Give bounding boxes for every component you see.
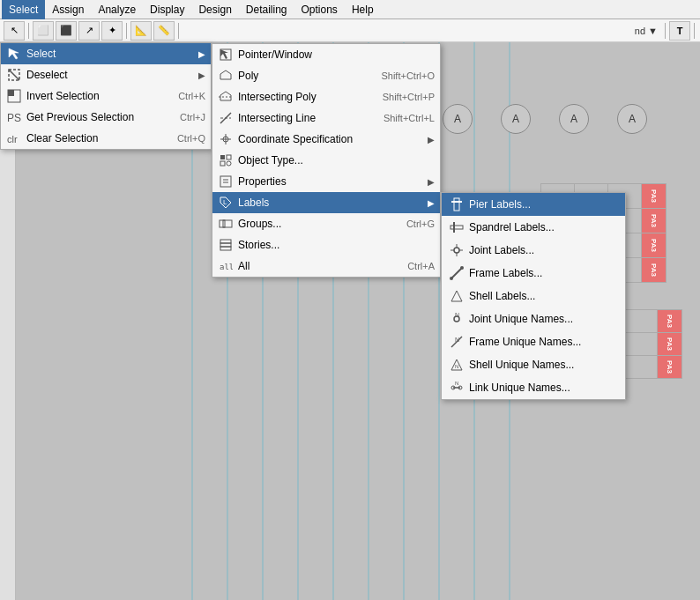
- svg-rect-42: [451, 201, 462, 203]
- invert-label: Invert Selection: [26, 90, 174, 102]
- toolbar-select-btn[interactable]: ↖: [4, 21, 25, 41]
- svg-line-12: [9, 70, 19, 80]
- objtype-label: Object Type...: [238, 154, 435, 167]
- all-icon: all: [218, 258, 234, 274]
- svg-text:PS: PS: [7, 112, 21, 124]
- shell-label: Shell Labels...: [469, 290, 618, 302]
- svg-rect-37: [220, 240, 231, 243]
- frame-label: Frame Labels...: [469, 267, 618, 279]
- coord-arrow: ▶: [428, 135, 435, 144]
- submenu-item-groups[interactable]: Groups... Ctrl+G: [212, 213, 440, 234]
- toolbar-T-btn[interactable]: T: [669, 21, 690, 41]
- props-icon: [218, 174, 234, 189]
- svg-text:clr: clr: [7, 134, 18, 144]
- menubar: Select Assign Analyze Display Design Det…: [0, 0, 700, 19]
- deselect-arrow: ▶: [198, 70, 205, 80]
- menubar-item-help[interactable]: Help: [345, 0, 381, 19]
- toolbar: ↖ ⬜ ⬛ ↗ ✦ 📐 📏 nd ▼ T: [0, 19, 700, 42]
- svg-marker-53: [451, 291, 462, 301]
- labels-item-shell[interactable]: Shell Labels...: [442, 285, 625, 307]
- circle-A-2: A: [501, 104, 531, 134]
- pointer-icon: [218, 47, 234, 63]
- ipoly-shortcut: Shift+Ctrl+P: [383, 92, 435, 102]
- select-icon: [6, 46, 22, 62]
- submenu-item-all[interactable]: all All Ctrl+A: [212, 256, 440, 277]
- toolbar-btn-4[interactable]: ✦: [101, 21, 123, 41]
- submenu-item-labels[interactable]: L Labels ▶: [212, 192, 440, 213]
- invert-shortcut: Ctrl+K: [178, 91, 205, 101]
- select-arrow: ▶: [198, 49, 205, 59]
- coord-icon: [218, 131, 234, 147]
- menubar-item-options[interactable]: Options: [294, 0, 345, 19]
- toolbar-btn-2[interactable]: ⬛: [56, 21, 77, 41]
- menu-item-select[interactable]: Select ▶: [1, 43, 211, 64]
- menubar-item-select[interactable]: Select: [2, 0, 45, 19]
- poly-label: Poly: [238, 70, 376, 82]
- labels-item-frame[interactable]: Frame Labels...: [442, 262, 625, 285]
- labels-item-frame-unique[interactable]: N Frame Unique Names...: [442, 330, 625, 353]
- submenu-item-props[interactable]: Properties ▶: [212, 171, 440, 192]
- poly-shortcut: Shift+Ctrl+O: [381, 70, 435, 81]
- submenu-item-pointer[interactable]: Pointer/Window: [212, 44, 440, 65]
- labels-item-spandrel[interactable]: Spandrel Labels...: [442, 216, 625, 239]
- pier-label: Pier Labels...: [469, 198, 618, 211]
- ipoly-label: Intersecting Poly: [238, 91, 378, 103]
- svg-rect-44: [453, 222, 455, 233]
- svg-text:all: all: [220, 263, 233, 271]
- menu-item-invert[interactable]: Invert Selection Ctrl+K: [1, 85, 211, 107]
- menubar-item-analyze[interactable]: Analyze: [91, 0, 143, 19]
- spandrel-icon: [449, 219, 465, 235]
- labels-item-link-unique[interactable]: N Link Unique Names...: [442, 376, 625, 399]
- svg-rect-43: [451, 226, 463, 229]
- submenu-item-poly[interactable]: Poly Shift+Ctrl+O: [212, 65, 440, 86]
- all-shortcut: Ctrl+A: [407, 261, 435, 271]
- svg-rect-39: [220, 247, 231, 250]
- labels-item-joint-unique[interactable]: N Joint Unique Names...: [442, 307, 625, 330]
- svg-rect-38: [220, 243, 231, 247]
- svg-point-52: [460, 266, 464, 270]
- coord-label: Coordinate Specification: [238, 133, 423, 145]
- menu-item-clear[interactable]: clr Clear Selection Ctrl+Q: [1, 128, 211, 149]
- menu-item-getprev[interactable]: PS Get Previous Selection Ctrl+J: [1, 107, 211, 128]
- joint-icon: [449, 242, 465, 258]
- submenu-item-iline[interactable]: Intersecting Line Shift+Ctrl+L: [212, 107, 440, 129]
- circle-A-4: A: [617, 104, 647, 134]
- submenu-item-stories[interactable]: Stories...: [212, 234, 440, 256]
- stories-icon: [218, 237, 234, 253]
- submenu-item-objtype[interactable]: Object Type...: [212, 150, 440, 171]
- menubar-item-design[interactable]: Design: [191, 0, 238, 19]
- toolbar-btn-6[interactable]: 📏: [153, 21, 175, 41]
- menubar-item-detailing[interactable]: Detailing: [239, 0, 294, 19]
- iline-label: Intersecting Line: [238, 112, 379, 124]
- svg-rect-28: [227, 155, 231, 159]
- toolbar-sep5: [694, 23, 695, 39]
- all-label: All: [238, 260, 403, 272]
- stories-label: Stories...: [238, 239, 435, 251]
- labels-item-joint[interactable]: Joint Labels...: [442, 239, 625, 262]
- toolbar-btn-5[interactable]: 📐: [130, 21, 152, 41]
- toolbar-sep4: [665, 23, 666, 39]
- pier-icon: [449, 196, 465, 212]
- labels-item-pier[interactable]: Pier Labels...: [442, 193, 625, 216]
- submenu-item-ipoly[interactable]: Intersecting Poly Shift+Ctrl+P: [212, 86, 440, 107]
- toolbar-btn-1[interactable]: ⬜: [33, 21, 54, 41]
- shell-icon: [449, 288, 465, 304]
- toolbar-nd-label: nd ▼: [631, 26, 661, 36]
- objtype-icon: [218, 152, 234, 168]
- toolbar-sep1: [28, 23, 29, 39]
- poly-icon: [218, 68, 234, 84]
- pointer-label: Pointer/Window: [238, 48, 435, 61]
- labels-item-shell-unique[interactable]: N Shell Unique Names...: [442, 353, 625, 376]
- menu-item-deselect[interactable]: Deselect ▶: [1, 64, 211, 85]
- joint-unique-icon: N: [449, 311, 465, 327]
- svg-marker-18: [220, 49, 228, 59]
- link-unique-label: Link Unique Names...: [469, 381, 618, 394]
- toolbar-btn-3[interactable]: ↗: [78, 21, 100, 41]
- groups-icon: [218, 216, 234, 232]
- props-arrow: ▶: [428, 177, 435, 187]
- svg-point-51: [450, 277, 453, 280]
- menubar-item-assign[interactable]: Assign: [45, 0, 91, 19]
- toolbar-sep2: [126, 23, 127, 39]
- submenu-item-coord[interactable]: Coordinate Specification ▶: [212, 129, 440, 150]
- menubar-item-display[interactable]: Display: [143, 0, 191, 19]
